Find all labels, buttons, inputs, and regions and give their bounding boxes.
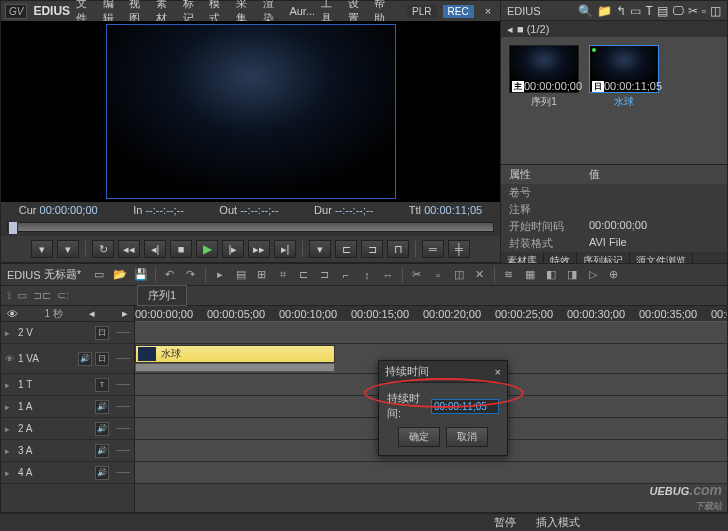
insert-dur-button[interactable]: ⊓ xyxy=(387,240,409,258)
menu-audio[interactable]: Aur... xyxy=(289,5,315,17)
rewind-button[interactable]: ◂◂ xyxy=(118,240,140,258)
toolA-icon[interactable]: ▦ xyxy=(521,267,539,283)
timeline-clip[interactable]: 水球 xyxy=(135,345,335,363)
mode-icon-b[interactable]: ▭ xyxy=(17,289,27,302)
track-patch[interactable]: T xyxy=(95,378,109,392)
cut-tl-icon[interactable]: ✂ xyxy=(408,267,426,283)
track-header[interactable]: ▸1 A🔊 xyxy=(1,396,134,418)
up-icon[interactable]: ↰ xyxy=(616,4,626,18)
track-lane[interactable] xyxy=(135,322,727,344)
expand-icon[interactable]: 👁 xyxy=(5,354,15,364)
tool5-icon[interactable]: ⊏ xyxy=(295,267,313,283)
timeline-ruler[interactable]: 00:00:00;0000:00:05;0000:00:10;0000:00:1… xyxy=(135,306,727,322)
end-button[interactable]: ▸| xyxy=(274,240,296,258)
paste-tl-icon[interactable]: ◫ xyxy=(450,267,468,283)
expand-icon[interactable]: ▸ xyxy=(5,468,15,478)
track-patch[interactable]: 日 xyxy=(95,326,109,340)
speaker-icon[interactable]: 🔊 xyxy=(95,466,109,480)
tool7-icon[interactable]: ⌐ xyxy=(337,267,355,283)
play-button[interactable]: ▶ xyxy=(196,240,218,258)
eye-icon[interactable]: 👁 xyxy=(7,308,18,320)
ok-button[interactable]: 确定 xyxy=(398,427,440,447)
track-header[interactable]: ▸2 A🔊 xyxy=(1,418,134,440)
scrub-track[interactable] xyxy=(7,222,494,232)
speaker-icon[interactable]: 🔊 xyxy=(95,400,109,414)
bin-item-sequence[interactable]: 主00:00:00;00 序列1 xyxy=(509,45,579,109)
toolE-icon[interactable]: ⊕ xyxy=(605,267,623,283)
track-patch[interactable]: 日 xyxy=(95,352,109,366)
insert-in-button[interactable]: ⊏ xyxy=(335,240,357,258)
expand-icon[interactable]: ▸ xyxy=(5,328,15,338)
speaker-icon[interactable]: 🔊 xyxy=(95,444,109,458)
loop-button[interactable]: ↻ xyxy=(92,240,114,258)
duration-input[interactable] xyxy=(431,399,499,414)
toolD-icon[interactable]: ▷ xyxy=(584,267,602,283)
sequence-tab[interactable]: 序列1 xyxy=(137,285,187,306)
track-header[interactable]: 👁1 VA🔊日 xyxy=(1,344,134,374)
ripple-icon[interactable]: ≋ xyxy=(500,267,518,283)
set-in-button[interactable]: ▾ xyxy=(31,240,53,258)
mode-icon-c[interactable]: ⊐⊏ xyxy=(33,289,51,302)
back-icon[interactable]: ◂ xyxy=(507,23,513,36)
search-icon[interactable]: 🔍 xyxy=(578,4,593,18)
cut-icon[interactable]: ✂ xyxy=(688,4,698,18)
copy-icon[interactable]: ▫ xyxy=(702,4,706,18)
redo-icon[interactable]: ↷ xyxy=(182,267,200,283)
prev-frame-button[interactable]: ◂| xyxy=(144,240,166,258)
tool4-icon[interactable]: ⌗ xyxy=(274,267,292,283)
monitor-icon[interactable]: 🖵 xyxy=(672,4,684,18)
set-out-button[interactable]: ▾ xyxy=(57,240,79,258)
tool9-icon[interactable]: ↔ xyxy=(379,267,397,283)
track-header[interactable]: ▸1 TT xyxy=(1,374,134,396)
mode-icon-d[interactable]: ⊂: xyxy=(57,289,69,302)
close-panel-icon[interactable]: × xyxy=(480,5,496,17)
open-icon[interactable]: 📂 xyxy=(111,267,129,283)
undo-icon[interactable]: ↶ xyxy=(161,267,179,283)
tool6-icon[interactable]: ⊐ xyxy=(316,267,334,283)
expand-icon[interactable]: ▸ xyxy=(5,402,15,412)
copy-tl-icon[interactable]: ▫ xyxy=(429,267,447,283)
cancel-button[interactable]: 取消 xyxy=(446,427,488,447)
paste-icon[interactable]: ◫ xyxy=(710,4,721,18)
bin-item-clip[interactable]: 日00:00:11;05 水球 xyxy=(589,45,659,109)
tool2-icon[interactable]: ▤ xyxy=(232,267,250,283)
track-header[interactable]: ▸4 A🔊 xyxy=(1,462,134,484)
mark-button[interactable]: ▾ xyxy=(309,240,331,258)
expand-icon[interactable]: ▸ xyxy=(5,380,15,390)
chevron-left-icon[interactable]: ◂ xyxy=(89,307,95,320)
clip-audio-bar[interactable] xyxy=(135,363,335,372)
track-lane[interactable] xyxy=(135,462,727,484)
properties-icon[interactable]: ▤ xyxy=(657,4,668,18)
delete-icon[interactable]: ✕ xyxy=(471,267,489,283)
tool1-icon[interactable]: ▸ xyxy=(211,267,229,283)
viewer-monitor[interactable] xyxy=(1,21,500,202)
chevron-right-icon[interactable]: ▸ xyxy=(122,307,128,320)
expand-icon[interactable]: ▸ xyxy=(5,424,15,434)
track-header[interactable]: ▸3 A🔊 xyxy=(1,440,134,462)
folder-icon[interactable]: 📁 xyxy=(597,4,612,18)
overwrite-button[interactable]: ═ xyxy=(422,240,444,258)
stop-button[interactable]: ■ xyxy=(170,240,192,258)
mode-rec[interactable]: REC xyxy=(443,5,474,18)
new-seq-icon[interactable]: ▭ xyxy=(90,267,108,283)
bin-body[interactable]: 主00:00:00;00 序列1 日00:00:11;05 水球 xyxy=(501,37,727,164)
title-icon[interactable]: T xyxy=(645,4,652,18)
mode-icon-a[interactable]: ⟟ xyxy=(7,289,11,302)
next-frame-button[interactable]: |▸ xyxy=(222,240,244,258)
tool8-icon[interactable]: ↕ xyxy=(358,267,376,283)
scrub-handle[interactable] xyxy=(8,221,18,235)
mode-plr[interactable]: PLR xyxy=(407,5,436,18)
fast-forward-button[interactable]: ▸▸ xyxy=(248,240,270,258)
toolC-icon[interactable]: ◨ xyxy=(563,267,581,283)
dialog-close-icon[interactable]: × xyxy=(495,366,501,378)
toolB-icon[interactable]: ◧ xyxy=(542,267,560,283)
new-bin-icon[interactable]: ▭ xyxy=(630,4,641,18)
insert-out-button[interactable]: ⊐ xyxy=(361,240,383,258)
insert-button[interactable]: ╪ xyxy=(448,240,470,258)
save-icon[interactable]: 💾 xyxy=(132,267,150,283)
speaker-icon[interactable]: 🔊 xyxy=(78,352,92,366)
tool3-icon[interactable]: ⊞ xyxy=(253,267,271,283)
expand-icon[interactable]: ▸ xyxy=(5,446,15,456)
speaker-icon[interactable]: 🔊 xyxy=(95,422,109,436)
track-header[interactable]: ▸2 V日 xyxy=(1,322,134,344)
